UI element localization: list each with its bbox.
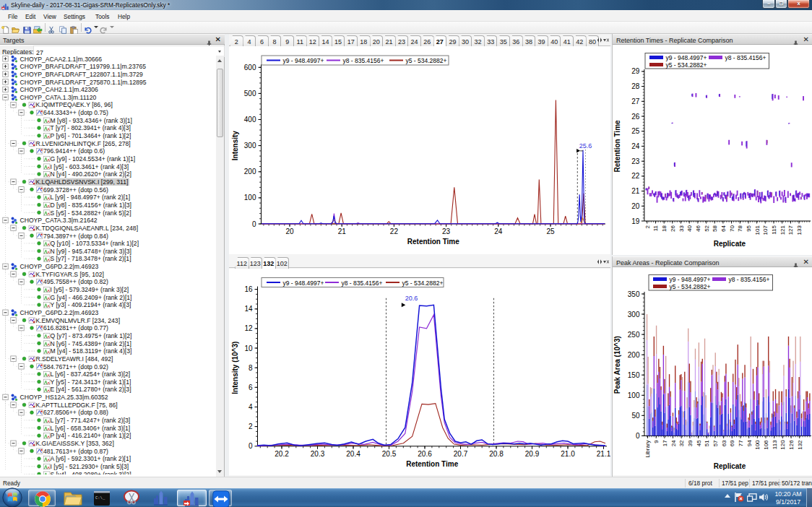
svg-text:K.APTTLLLEPDGK.F [75, 86]: K.APTTLLLEPDGK.F [75, 86] (36, 402, 118, 409)
svg-text:y5 - 534.2882+: y5 - 534.2882+ (666, 61, 707, 69)
svg-text:20.5: 20.5 (382, 450, 397, 458)
svg-text:Replicate: Replicate (714, 240, 746, 248)
svg-text:y5 - 534.2882+: y5 - 534.2882+ (402, 280, 444, 287)
svg-text:58: 58 (712, 225, 718, 231)
svg-text:46: 46 (695, 225, 701, 231)
svg-text:40: 40 (686, 225, 693, 231)
svg-text:Q [y7] - 873.4975+ (rank 1)[2]: Q [y7] - 873.4975+ (rank 1)[2] (51, 332, 132, 339)
svg-text:107: 107 (762, 225, 769, 235)
svg-text:616.8281++ (dotp 0.77): 616.8281++ (dotp 0.77) (43, 324, 108, 332)
svg-text:95: 95 (746, 225, 752, 231)
svg-text:400: 400 (244, 116, 256, 124)
svg-text:N [y4] - 490.2620+ (rank 2)[2]: N [y4] - 490.2620+ (rank 2)[2] (51, 170, 132, 178)
svg-text:Retention Time: Retention Time (613, 120, 621, 172)
svg-text:L [y6] - 837.4254+ (rank 3)[2]: L [y6] - 837.4254+ (rank 3)[2] (51, 370, 131, 378)
svg-text:CHOYP_CAH2.1.1|m.42306: CHOYP_CAH2.1.1|m.42306 (20, 86, 98, 93)
svg-text:y9 - 948.4997+: y9 - 948.4997+ (283, 280, 324, 287)
svg-text:21.0: 21.0 (561, 450, 575, 458)
svg-text:150: 150 (628, 371, 640, 379)
svg-text:120: 120 (779, 440, 786, 450)
svg-text:106: 106 (763, 440, 769, 450)
svg-text:20.6: 20.6 (405, 295, 418, 302)
svg-text:20.9: 20.9 (525, 450, 540, 458)
svg-text:2: 2 (249, 422, 253, 430)
svg-text:23: 23 (442, 228, 451, 235)
svg-text:Retention Time: Retention Time (406, 460, 458, 468)
svg-text:300: 300 (244, 142, 256, 150)
svg-text:600: 600 (244, 64, 256, 72)
svg-text:584.7671++ (dotp 0.92): 584.7671++ (dotp 0.92) (43, 363, 108, 370)
svg-text:27: 27 (631, 98, 640, 105)
svg-text:8: 8 (249, 364, 253, 372)
svg-text:26: 26 (631, 113, 640, 121)
svg-text:Replicate: Replicate (714, 462, 746, 470)
svg-text:25: 25 (631, 127, 640, 135)
svg-text:113: 113 (772, 440, 778, 449)
svg-text:G [y9] - 1024.5534+ (rank 1)[1: G [y9] - 1024.5534+ (rank 1)[1] (51, 155, 136, 162)
svg-text:Intensity (10^3): Intensity (10^3) (231, 342, 239, 394)
svg-text:52: 52 (704, 225, 710, 231)
svg-text:115: 115 (771, 225, 777, 234)
svg-text:794.3897++ (dotp 0.84): 794.3897++ (dotp 0.84) (43, 233, 108, 240)
svg-text:CHOYP_BRAFLDRAFT_122807.1.1|m.: CHOYP_BRAFLDRAFT_122807.1.1|m.3729 (20, 71, 144, 78)
svg-text:P [y6] - 701.3464+ (rank 1)[2]: P [y6] - 701.3464+ (rank 1)[2] (51, 132, 131, 139)
svg-text:y9 - 948.4997+: y9 - 948.4997+ (666, 54, 707, 61)
svg-text:G [y4] - 466.2409+ (rank 2)[1]: G [y4] - 466.2409+ (rank 2)[1] (51, 294, 132, 301)
svg-text:481.7613++ (dotp 0.87): 481.7613++ (dotp 0.87) (43, 448, 108, 455)
svg-text:17: 17 (662, 440, 668, 446)
svg-text:94: 94 (746, 440, 753, 446)
svg-text:63: 63 (721, 440, 727, 446)
svg-text:6: 6 (249, 384, 253, 391)
svg-text:69: 69 (729, 440, 735, 446)
svg-text:L [y6] - 658.3406+ (rank 3)[1]: L [y6] - 658.3406+ (rank 3)[1] (51, 425, 131, 432)
svg-text:11: 11 (652, 225, 659, 231)
svg-text:E [y4] - 561.2780+ (rank 2)[3]: E [y4] - 561.2780+ (rank 2)[3] (51, 386, 131, 393)
svg-text:Y [y5] - 724.3413+ (rank 1)[1]: Y [y5] - 724.3413+ (rank 1)[1] (51, 378, 131, 386)
svg-text:500: 500 (244, 90, 256, 98)
svg-text:12: 12 (244, 324, 253, 332)
svg-text:C:\_: C:\_ (95, 495, 105, 500)
svg-text:S [y4] - 408.2089+ (rank 3)[2]: S [y4] - 408.2089+ (rank 3)[2] (51, 471, 131, 474)
svg-text:20.7: 20.7 (454, 450, 468, 458)
svg-text:20.2: 20.2 (275, 450, 289, 458)
svg-text:699.3728++ (dotp 0.56): 699.3728++ (dotp 0.56) (43, 186, 108, 194)
svg-text:100: 100 (244, 194, 256, 202)
svg-text:P [y4] - 416.2140+ (rank 1)[2]: P [y4] - 416.2140+ (rank 1)[2] (51, 432, 131, 439)
svg-text:S [y7] - 718.3478+ (rank 2)[1]: S [y7] - 718.3478+ (rank 2)[1] (51, 255, 131, 262)
svg-text:CHOYP_CATA.3.3|m.21642: CHOYP_CATA.3.3|m.21642 (20, 217, 98, 224)
svg-text:16: 16 (244, 285, 253, 293)
svg-text:CHOYP_BRAFLDRAFT_119799.1.1|m.: CHOYP_BRAFLDRAFT_119799.1.1|m.23765 (20, 63, 147, 70)
svg-text:R.SDELYEAWR.I [484, 492]: R.SDELYEAWR.I [484, 492] (36, 355, 113, 363)
svg-text:24: 24 (670, 440, 677, 446)
svg-text:29: 29 (631, 67, 640, 75)
svg-text:26: 26 (670, 225, 676, 231)
svg-text:9: 9 (653, 440, 660, 443)
svg-text:23: 23 (631, 157, 640, 165)
svg-text:24: 24 (631, 142, 640, 150)
svg-text:CHOYP_HS12A.25.33|m.60352: CHOYP_HS12A.25.33|m.60352 (20, 394, 108, 401)
svg-text:y8 - 835.4156+: y8 - 835.4156+ (725, 54, 766, 61)
svg-text:K.LQAHLDSVSNVSK.I [299, 311]: K.LQAHLDSVSNVSK.I [299, 311] (36, 178, 129, 186)
svg-text:200: 200 (244, 168, 256, 176)
svg-text:S [y5] - 534.2882+ (rank 5)[2]: S [y5] - 534.2882+ (rank 5)[2] (51, 209, 131, 217)
svg-text:K.GIAEAISSSK.Y [353, 362]: K.GIAEAISSSK.Y [353, 362] (36, 440, 114, 447)
svg-text:R.LVENIGNHLINTQK.F [265, 278]: R.LVENIGNHLINTQK.F [265, 278] (36, 140, 131, 147)
svg-text:20.8: 20.8 (489, 450, 504, 458)
svg-text:M [y4] - 518.3119+ (rank 4)[3]: M [y4] - 518.3119+ (rank 4)[3] (51, 347, 132, 355)
svg-text:77: 77 (738, 440, 744, 446)
svg-text:20.3: 20.3 (311, 450, 325, 458)
svg-text:22: 22 (390, 228, 399, 235)
svg-text:y8 - 835.4156+: y8 - 835.4156+ (343, 57, 384, 64)
svg-text:25.6: 25.6 (579, 142, 592, 150)
svg-text:CHOYP_ACAA2.1.1|m.30666: CHOYP_ACAA2.1.1|m.30666 (20, 56, 103, 63)
svg-text:Peak Area (10^3): Peak Area (10^3) (613, 336, 621, 394)
svg-text:y8 - 835.4156+: y8 - 835.4156+ (342, 280, 383, 287)
svg-text:100: 100 (754, 440, 761, 450)
svg-text:495.7558++ (dotp 0.82): 495.7558++ (dotp 0.82) (43, 278, 108, 285)
svg-text:K.TYFIGYAR.S [95, 102]: K.TYFIGYAR.S [95, 102] (36, 271, 104, 278)
svg-text:18: 18 (661, 225, 668, 231)
svg-text:50: 50 (631, 412, 640, 420)
svg-text:10: 10 (244, 344, 253, 352)
svg-text:0: 0 (249, 442, 253, 450)
svg-text:K.EMVQNLMVLR.F [234, 243]: K.EMVQNLMVLR.F [234, 243] (36, 317, 121, 324)
